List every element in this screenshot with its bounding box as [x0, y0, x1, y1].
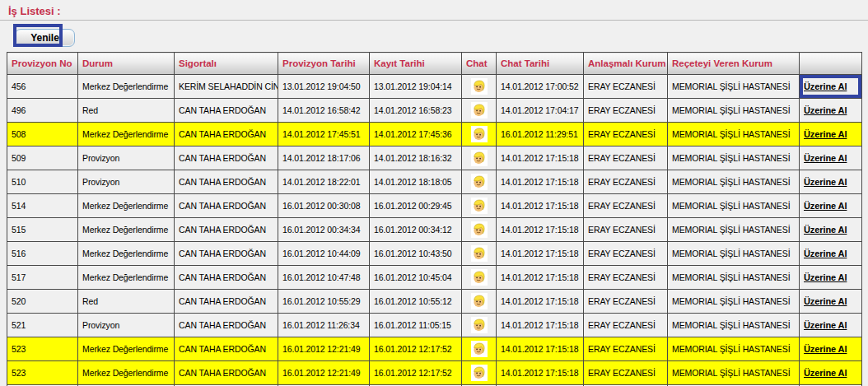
uzerine-al-link[interactable]: Üzerine Al — [804, 225, 847, 235]
chat-cell — [462, 194, 497, 218]
action-cell: Üzerine Al — [800, 146, 862, 170]
cell-provizyon-tarihi: 14.01.2012 18:22:01 — [278, 170, 370, 194]
cell-anlasmali-kurum: ERAY ECZANESİ — [584, 242, 668, 266]
chat-smiley-icon[interactable] — [471, 341, 488, 357]
column-header-provizyon-tarihi: Provizyon Tarihi — [278, 53, 370, 75]
table-row: 496RedCAN TAHA ERDOĞAN14.01.2012 16:58:4… — [7, 99, 862, 123]
cell-kayit-tarihi: 16.01.2012 00:29:45 — [370, 194, 462, 218]
cell-provizyon-no: 456 — [7, 75, 78, 99]
cell-provizyon-tarihi: 16.01.2012 10:47:48 — [278, 266, 370, 290]
column-header-kayit-tarihi: Kayıt Tarihi — [370, 53, 462, 75]
uzerine-al-link[interactable]: Üzerine Al — [804, 81, 847, 91]
cell-durum: Red — [78, 99, 175, 123]
chat-cell — [462, 123, 497, 146]
cell-receteyi-veren-kurum: MEMORIAL ŞİŞLİ HASTANESİ — [668, 75, 800, 99]
chat-smiley-icon[interactable] — [471, 293, 488, 309]
cell-chat-tarihi: 14.01.2012 17:15:18 — [497, 361, 584, 385]
cell-anlasmali-kurum: ERAY ECZANESİ — [584, 266, 668, 290]
cell-chat-tarihi: 14.01.2012 17:15:18 — [497, 170, 584, 194]
cell-chat-tarihi: 14.01.2012 17:15:18 — [497, 242, 584, 266]
cell-sigortali: CAN TAHA ERDOĞAN — [175, 337, 278, 361]
cell-receteyi-veren-kurum: MEMORIAL ŞİŞLİ HASTANESİ — [668, 218, 800, 242]
cell-sigortali: CAN TAHA ERDOĞAN — [175, 218, 278, 242]
cell-receteyi-veren-kurum: MEMORIAL ŞİŞLİ HASTANESİ — [668, 99, 800, 123]
table-row: 514Merkez DeğerlendirmeCAN TAHA ERDOĞAN1… — [7, 194, 862, 218]
cell-receteyi-veren-kurum: MEMORIAL ŞİŞLİ HASTANESİ — [668, 337, 800, 361]
cell-kayit-tarihi: 14.01.2012 16:58:23 — [370, 99, 462, 123]
uzerine-al-link[interactable]: Üzerine Al — [804, 153, 847, 163]
chat-smiley-icon[interactable] — [471, 126, 488, 142]
chat-smiley-icon[interactable] — [471, 269, 488, 286]
column-header-durum: Durum — [78, 53, 175, 75]
uzerine-al-link[interactable]: Üzerine Al — [804, 177, 847, 187]
uzerine-al-link[interactable]: Üzerine Al — [804, 368, 847, 378]
chat-cell — [462, 266, 497, 290]
cell-durum: Provizyon — [78, 314, 175, 337]
uzerine-al-link[interactable]: Üzerine Al — [804, 344, 847, 354]
cell-provizyon-no: 520 — [7, 290, 78, 314]
chat-smiley-icon[interactable] — [471, 198, 488, 214]
cell-durum: Merkez Değerlendirme — [78, 123, 175, 146]
action-cell: Üzerine Al — [800, 99, 862, 123]
action-cell: Üzerine Al — [800, 290, 862, 314]
cell-kayit-tarihi: 16.01.2012 00:34:12 — [370, 218, 462, 242]
uzerine-al-link[interactable]: Üzerine Al — [804, 105, 847, 115]
chat-cell — [462, 290, 497, 314]
cell-chat-tarihi: 14.01.2012 17:15:18 — [497, 290, 584, 314]
uzerine-al-link[interactable]: Üzerine Al — [804, 249, 847, 258]
chat-cell — [462, 242, 497, 266]
cell-provizyon-tarihi: 13.01.2012 19:04:50 — [278, 75, 370, 99]
uzerine-al-link[interactable]: Üzerine Al — [804, 296, 847, 306]
cell-sigortali: CAN TAHA ERDOĞAN — [175, 194, 278, 218]
cell-kayit-tarihi: 13.01.2012 19:04:14 — [370, 75, 462, 99]
table-row: 523Merkez DeğerlendirmeCAN TAHA ERDOĞAN1… — [7, 361, 862, 385]
cell-durum: Provizyon — [78, 170, 175, 194]
cell-anlasmali-kurum: ERAY ECZANESİ — [584, 361, 668, 385]
chat-cell — [462, 218, 497, 242]
action-cell: Üzerine Al — [800, 361, 862, 385]
column-header-anlasmali-kurum: Anlaşmalı Kurum — [584, 53, 668, 75]
cell-provizyon-tarihi: 16.01.2012 10:55:29 — [278, 290, 370, 314]
cell-receteyi-veren-kurum: MEMORIAL ŞİŞLİ HASTANESİ — [668, 266, 800, 290]
uzerine-al-link[interactable]: Üzerine Al — [804, 272, 847, 282]
chat-smiley-icon[interactable] — [471, 78, 488, 95]
refresh-button[interactable]: Yenile — [15, 29, 75, 47]
uzerine-al-link[interactable]: Üzerine Al — [804, 320, 847, 330]
cell-chat-tarihi: 14.01.2012 17:15:18 — [497, 146, 584, 170]
cell-sigortali: CAN TAHA ERDOĞAN — [175, 170, 278, 194]
action-cell: Üzerine Al — [800, 170, 862, 194]
cell-provizyon-tarihi: 14.01.2012 18:17:06 — [278, 146, 370, 170]
column-header-action — [800, 53, 862, 75]
cell-durum: Merkez Değerlendirme — [78, 75, 175, 99]
cell-durum: Merkez Değerlendirme — [78, 337, 175, 361]
cell-durum: Merkez Değerlendirme — [78, 242, 175, 266]
cell-provizyon-tarihi: 14.01.2012 17:45:51 — [278, 123, 370, 146]
cell-receteyi-veren-kurum: MEMORIAL ŞİŞLİ HASTANESİ — [668, 194, 800, 218]
table-row: 456Merkez DeğerlendirmeKERİM SELAHADDİN … — [7, 75, 862, 99]
chat-smiley-icon[interactable] — [471, 174, 488, 190]
chat-smiley-icon[interactable] — [471, 317, 488, 333]
cell-sigortali: CAN TAHA ERDOĞAN — [175, 314, 278, 337]
action-cell: Üzerine Al — [800, 314, 862, 337]
action-cell: Üzerine Al — [800, 337, 862, 361]
column-header-chat: Chat — [462, 53, 497, 75]
cell-anlasmali-kurum: ERAY ECZANESİ — [584, 170, 668, 194]
cell-provizyon-no: 509 — [7, 146, 78, 170]
cell-durum: Merkez Değerlendirme — [78, 361, 175, 385]
cell-receteyi-veren-kurum: MEMORIAL ŞİŞLİ HASTANESİ — [668, 242, 800, 266]
chat-smiley-icon[interactable] — [471, 150, 488, 166]
chat-smiley-icon[interactable] — [471, 365, 488, 381]
cell-sigortali: CAN TAHA ERDOĞAN — [175, 290, 278, 314]
page-title: İş Listesi : — [8, 5, 61, 17]
table-row: 517Merkez DeğerlendirmeCAN TAHA ERDOĞAN1… — [7, 266, 862, 290]
cell-sigortali: CAN TAHA ERDOĞAN — [175, 146, 278, 170]
cell-receteyi-veren-kurum: MEMORIAL ŞİŞLİ HASTANESİ — [668, 314, 800, 337]
cell-kayit-tarihi: 14.01.2012 18:16:32 — [370, 146, 462, 170]
chat-smiley-icon[interactable] — [471, 245, 488, 262]
chat-smiley-icon[interactable] — [471, 221, 488, 238]
uzerine-al-link[interactable]: Üzerine Al — [804, 129, 847, 139]
cell-sigortali: CAN TAHA ERDOĞAN — [175, 266, 278, 290]
chat-smiley-icon[interactable] — [471, 102, 488, 119]
cell-provizyon-no: 516 — [7, 242, 78, 266]
uzerine-al-link[interactable]: Üzerine Al — [804, 201, 847, 211]
